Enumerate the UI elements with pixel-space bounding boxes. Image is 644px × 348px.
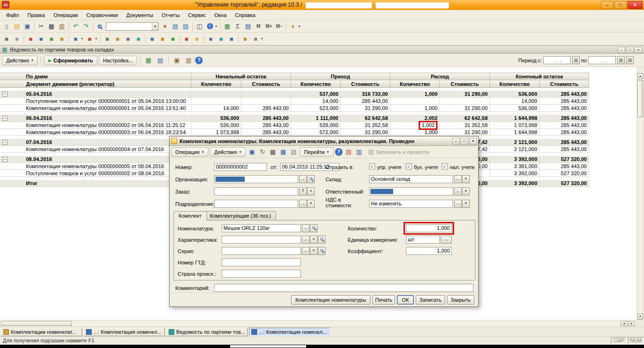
taskbar-button[interactable]: ...: Комплектация номенкл... (249, 328, 330, 336)
open-folder-icon[interactable]: ▤ (12, 21, 22, 32)
col-header-closing[interactable]: Конечный остаток (490, 73, 589, 80)
col-header-cost[interactable]: Стоимость (341, 80, 390, 88)
separator[interactable] (93, 22, 93, 31)
calendar-icon[interactable]: ⊞ (617, 56, 625, 64)
report-icon[interactable]: ▤ (344, 147, 353, 157)
minimize-button[interactable]: – (601, 1, 613, 9)
col-header-income[interactable]: Приход (291, 73, 390, 80)
checkbox-upr-uchet[interactable]: ✓ (369, 163, 375, 170)
output-table-icon[interactable]: ▦ (143, 55, 154, 66)
col-header-by-days[interactable]: По дням (0, 73, 191, 80)
table-row[interactable]: Комплектация номенклатуры 00000000001 от… (0, 105, 589, 112)
separator[interactable] (238, 34, 239, 43)
separator[interactable] (145, 34, 146, 43)
series-lookup-button[interactable] (318, 247, 326, 255)
comment-input[interactable] (214, 284, 473, 292)
payment-in-icon[interactable]: ■ (46, 34, 57, 44)
separator[interactable] (204, 34, 204, 43)
department-ellipsis-button[interactable]: ... (299, 200, 307, 208)
vat-clear-button[interactable]: × (462, 200, 470, 208)
close-dialog-button[interactable]: Закрыть (447, 295, 474, 305)
col-header-qty[interactable]: Количество (191, 80, 241, 88)
table-icon[interactable]: ▦ (222, 21, 232, 32)
separator[interactable] (100, 34, 101, 43)
actions-button[interactable]: Действия▼ (2, 56, 38, 65)
period-select-icon[interactable]: ⊞ (626, 56, 634, 64)
col-header-document[interactable]: Документ движения (регистратор) (0, 80, 191, 88)
details-icon[interactable]: ▥ (354, 147, 364, 157)
taskbar-button[interactable]: Ведомость по партиям тов... (166, 328, 248, 336)
save-button[interactable]: Записать (416, 295, 445, 305)
ok-button[interactable]: ОК (397, 295, 414, 305)
menu-item[interactable]: Справка (231, 11, 259, 19)
separator[interactable] (192, 22, 193, 31)
service-caret-icon[interactable]: ▼ (259, 34, 265, 44)
collapse-icon[interactable]: − (2, 92, 8, 97)
taskbar-button[interactable]: ...: Комплектация номенкл... (84, 328, 165, 336)
separator[interactable] (34, 22, 34, 31)
characteristic-lookup-button[interactable] (318, 236, 326, 244)
warehouse-clear-button[interactable]: × (462, 175, 470, 183)
undo-icon[interactable]: ↶ (70, 21, 81, 32)
sales-report-icon[interactable]: ■ (216, 34, 226, 44)
memory-minus-icon[interactable]: M− (274, 21, 284, 32)
warehouses-icon[interactable]: ■ (168, 34, 178, 44)
separator[interactable] (286, 22, 286, 31)
users-icon[interactable]: ■ (240, 34, 250, 44)
memory-icon[interactable]: M (253, 21, 264, 32)
calendar-icon[interactable]: ⊞ (572, 56, 580, 64)
report-minimize-button[interactable]: – (618, 47, 625, 53)
series-input[interactable] (222, 247, 301, 255)
vertical-scrollbar[interactable]: ▲ ▼ (637, 73, 644, 320)
period-from-input[interactable]: . . (543, 56, 571, 64)
vat-ellipsis-button[interactable]: ... (454, 200, 462, 208)
goods-issue-icon[interactable]: ■ (123, 34, 133, 44)
department-clear-button[interactable]: × (307, 200, 315, 208)
movements-icon[interactable]: ▧ (289, 147, 298, 157)
horizontal-scroll-thumb[interactable] (1, 321, 72, 326)
order-input[interactable] (214, 187, 298, 195)
order-clear-button[interactable]: × (307, 187, 315, 195)
save-icon[interactable]: ▣ (247, 147, 257, 157)
vertical-scroll-thumb[interactable] (637, 80, 643, 117)
tab-components[interactable]: Комплектующие (36 поз.) (205, 211, 276, 220)
warehouse-input[interactable]: Основной склад (369, 175, 453, 183)
horizontal-scrollbar[interactable]: ◄ ► (0, 320, 636, 326)
cash-in-icon[interactable]: ■ (26, 34, 36, 44)
paste-icon[interactable]: ▥ (57, 21, 67, 32)
settings-button[interactable]: Настройка... (99, 56, 137, 65)
separator[interactable] (24, 34, 24, 43)
characteristic-input[interactable] (222, 236, 301, 244)
checkbox-buh-uchet[interactable]: ✓ (406, 163, 412, 170)
chart-icon[interactable]: ▨ (243, 21, 253, 32)
report-close-button[interactable]: × (635, 47, 642, 53)
separator[interactable] (69, 34, 69, 43)
goto-button[interactable]: Перейти▼ (300, 147, 334, 157)
collapse-icon[interactable]: − (2, 157, 8, 162)
fill-and-post-button[interactable]: ▨Заполнить и провести (368, 148, 429, 155)
separator[interactable] (168, 56, 169, 65)
stock-report-icon[interactable]: ■ (226, 34, 237, 44)
menu-item[interactable]: Окна (210, 11, 231, 19)
menu-item[interactable]: Сервис (184, 11, 210, 19)
post-icon[interactable]: ↻ (258, 147, 267, 157)
table-row[interactable]: − 06.04.2016 536,000 285 443,00 1 111,00… (0, 115, 589, 122)
key-caret-icon[interactable]: ▼ (297, 21, 302, 32)
cash-out-icon[interactable]: ■ (36, 34, 46, 44)
menu-item[interactable]: Файл (2, 11, 23, 19)
window-copy-icon[interactable]: ◫ (194, 21, 205, 32)
responsible-clear-button[interactable]: × (462, 187, 470, 195)
purchase-caret-icon[interactable]: ▼ (79, 34, 85, 44)
unit-input[interactable]: шт (406, 236, 440, 244)
col-header-qty[interactable]: Количество (490, 80, 540, 88)
checkbox-nal-uchet[interactable]: ✓ (442, 163, 448, 170)
restore-settings-icon[interactable]: ▥ (183, 55, 194, 66)
number-input[interactable]: 00000000002 (214, 163, 267, 171)
responsible-ellipsis-button[interactable]: ... (454, 187, 462, 195)
nomenclature-icon[interactable]: ■ (157, 34, 168, 44)
separator[interactable] (180, 34, 180, 43)
gtd-input[interactable] (222, 258, 301, 266)
country-input[interactable] (222, 270, 301, 278)
pricing-icon[interactable]: ■ (181, 34, 192, 44)
new-document-icon[interactable]: ▯ (1, 21, 12, 32)
